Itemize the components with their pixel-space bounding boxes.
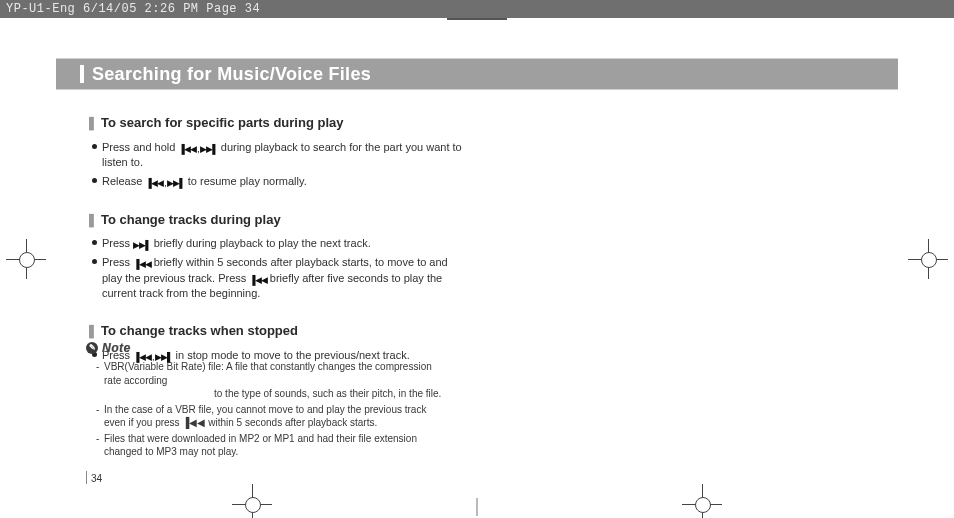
title-accent xyxy=(80,65,84,83)
next-icon: ▶▶▌ xyxy=(133,239,150,251)
crop-mark-bottom xyxy=(477,498,478,516)
note-badge-icon: ✎ xyxy=(86,342,98,354)
text-fragment: Press xyxy=(102,237,133,249)
list-item: Press ▶▶▌ briefly during playback to pla… xyxy=(92,236,466,251)
heading-bar-icon: ❚ xyxy=(86,323,97,338)
note-heading: ✎ Note xyxy=(86,340,446,356)
text-fragment: to resume play normally. xyxy=(185,175,307,187)
file-meta-bar: YP-U1-Eng 6/14/05 2:26 PM Page 34 xyxy=(0,0,954,18)
text-fragment: Press and hold xyxy=(102,141,178,153)
section-heading: ❚To change tracks when stopped xyxy=(86,322,466,340)
heading-text: To change tracks during play xyxy=(101,212,281,227)
note-item: In the case of a VBR file, you cannot mo… xyxy=(96,403,446,430)
prev-icon: ▐◀◀ xyxy=(133,258,150,270)
registration-mark-icon xyxy=(6,239,46,279)
heading-bar-icon: ❚ xyxy=(86,212,97,227)
note-label: Note xyxy=(102,340,131,356)
heading-text: To search for specific parts during play xyxy=(101,115,344,130)
text-fragment: VBR(Variable Bit Rate) file: A file that… xyxy=(104,361,432,386)
registration-mark-icon xyxy=(232,484,272,518)
section-search-parts: ❚To search for specific parts during pla… xyxy=(86,114,466,189)
section-change-tracks-play: ❚To change tracks during play Press ▶▶▌ … xyxy=(86,211,466,301)
text-fragment: Release xyxy=(102,175,145,187)
file-meta-text: YP-U1-Eng 6/14/05 2:26 PM Page 34 xyxy=(6,2,260,16)
bullet-list: Press ▶▶▌ briefly during playback to pla… xyxy=(92,236,466,300)
bullet-list: Press and hold ▐◀◀ , ▶▶▌ during playback… xyxy=(92,140,466,189)
title-band: Searching for Music/Voice Files xyxy=(56,58,898,90)
note-list: VBR(Variable Bit Rate) file: A file that… xyxy=(96,360,446,459)
note-item: Files that were downloaded in MP2 or MP1… xyxy=(96,432,446,459)
crop-mark-top xyxy=(447,18,507,20)
section-heading: ❚To search for specific parts during pla… xyxy=(86,114,466,132)
registration-mark-icon xyxy=(682,484,722,518)
note-block: ✎ Note VBR(Variable Bit Rate) file: A fi… xyxy=(86,340,446,461)
prev-next-icon: ▐◀◀ , ▶▶▌ xyxy=(145,177,184,189)
section-heading: ❚To change tracks during play xyxy=(86,211,466,229)
registration-mark-icon xyxy=(908,239,948,279)
heading-text: To change tracks when stopped xyxy=(101,323,298,338)
text-fragment: to the type of sounds, such as their pit… xyxy=(104,387,446,401)
page-number: 34 xyxy=(86,471,102,484)
note-item: VBR(Variable Bit Rate) file: A file that… xyxy=(96,360,446,401)
page-title: Searching for Music/Voice Files xyxy=(92,59,371,89)
heading-bar-icon: ❚ xyxy=(86,115,97,130)
text-fragment: Press xyxy=(102,256,133,268)
prev-next-icon: ▐◀◀ , ▶▶▌ xyxy=(178,143,217,155)
text-fragment: briefly during playback to play the next… xyxy=(151,237,371,249)
prev-icon: ▐◀◀ xyxy=(249,274,266,286)
list-item: Release ▐◀◀ , ▶▶▌ to resume play normall… xyxy=(92,174,466,189)
list-item: Press and hold ▐◀◀ , ▶▶▌ during playback… xyxy=(92,140,466,170)
page-frame: Searching for Music/Voice Files ❚To sear… xyxy=(56,40,898,490)
list-item: Press ▐◀◀ briefly within 5 seconds after… xyxy=(92,255,466,300)
